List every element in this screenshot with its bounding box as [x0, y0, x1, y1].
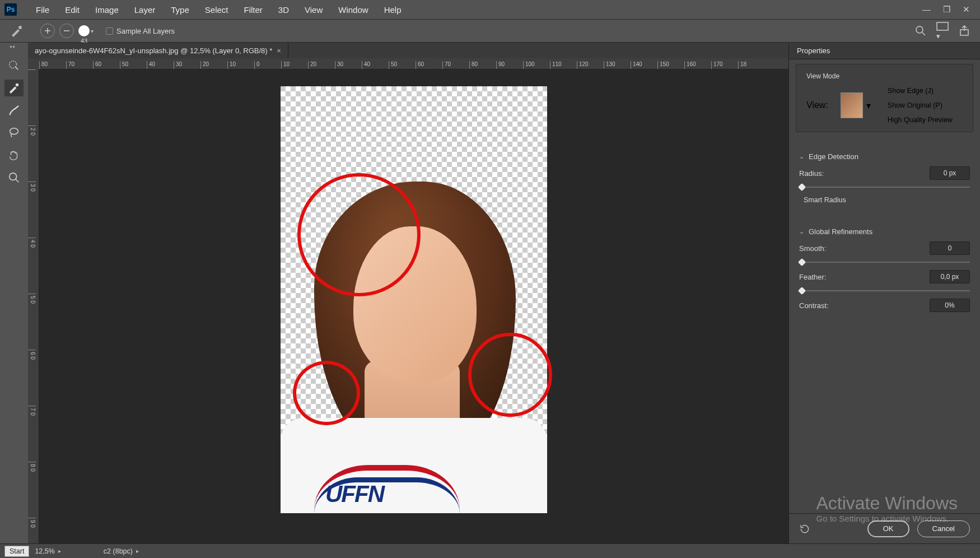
menu-file[interactable]: File [28, 0, 57, 19]
menu-bar: Ps File Edit Image Layer Type Select Fil… [0, 0, 980, 19]
lasso-tool[interactable] [4, 124, 24, 141]
canvas-content: UFFN [281, 86, 547, 513]
options-bar: ▾ 43 Sample All Layers ▾ [0, 19, 980, 43]
canvas[interactable]: UFFN [39, 69, 788, 543]
search-icon[interactable] [915, 25, 926, 36]
radius-slider[interactable] [799, 185, 970, 188]
ok-button[interactable]: OK [867, 520, 909, 537]
annotation-circle [293, 361, 360, 425]
close-icon[interactable]: ✕ [963, 4, 970, 15]
quick-selection-tool[interactable] [4, 57, 24, 74]
menu-help[interactable]: Help [376, 0, 409, 19]
brush-add-icon[interactable] [40, 24, 55, 38]
document-tab-title: ayo-ogunseinde-6W4F62sN_yI-unsplash.jpg … [35, 46, 272, 55]
menu-image[interactable]: Image [87, 0, 127, 19]
chevron-down-icon[interactable]: ▾ [866, 100, 871, 111]
document-tabs: ayo-ogunseinde-6W4F62sN_yI-unsplash.jpg … [28, 43, 788, 58]
app-logo: Ps [4, 3, 17, 16]
document-info[interactable]: c2 (8bpc) [104, 547, 133, 555]
brush-tool[interactable] [4, 102, 24, 119]
ruler-corner [28, 58, 39, 69]
menu-window[interactable]: Window [330, 0, 376, 19]
radius-label: Radius: [799, 169, 824, 178]
refine-edge-brush-tool[interactable] [4, 80, 24, 96]
vertical-ruler[interactable]: 2 03 04 05 06 07 08 09 01 0 [28, 69, 39, 543]
edge-detection-header[interactable]: ⌄Edge Detection [799, 152, 970, 161]
properties-panel: Properties View Mode View: ▾ Show Edge (… [788, 43, 980, 543]
menu-3d[interactable]: 3D [270, 0, 297, 19]
contrast-label: Contrast: [799, 301, 829, 310]
smooth-label: Smooth: [799, 244, 826, 253]
svg-line-12 [16, 179, 19, 183]
close-tab-icon[interactable]: × [277, 46, 281, 55]
menu-filter[interactable]: Filter [236, 0, 270, 19]
view-label: View: [806, 100, 828, 110]
view-mode-heading: View Mode [806, 72, 963, 80]
svg-line-5 [922, 32, 925, 35]
chevron-down-icon[interactable]: ▾ [91, 28, 94, 34]
brush-subtract-icon[interactable] [59, 24, 74, 38]
svg-rect-6 [937, 22, 948, 30]
svg-point-9 [16, 83, 19, 87]
horizontal-ruler[interactable]: 8070605040302010010203040506070809010011… [39, 58, 788, 69]
global-refinements-header[interactable]: ⌄Global Refinements [799, 227, 970, 236]
svg-point-0 [18, 26, 22, 29]
feather-slider[interactable] [799, 289, 970, 292]
start-button[interactable]: Start [4, 546, 29, 557]
status-bar: Start 12,5% ▸ c2 (8bpc) ▸ [0, 543, 980, 558]
show-original-checkbox[interactable]: Show Original (P) [883, 101, 953, 109]
panel-tab-properties[interactable]: Properties [789, 43, 980, 59]
smooth-slider[interactable] [799, 261, 970, 263]
reset-icon[interactable] [799, 523, 810, 534]
document-tab[interactable]: ayo-ogunseinde-6W4F62sN_yI-unsplash.jpg … [28, 43, 288, 58]
brush-preview-icon[interactable] [78, 25, 90, 36]
toolbar [0, 43, 28, 543]
sample-all-layers-label: Sample All Layers [116, 27, 175, 35]
zoom-level[interactable]: 12,5% [35, 547, 54, 555]
annotation-circle [297, 173, 421, 296]
document-area: ayo-ogunseinde-6W4F62sN_yI-unsplash.jpg … [28, 43, 788, 543]
menu-edit[interactable]: Edit [57, 0, 87, 19]
contrast-value[interactable]: 0% [930, 299, 970, 312]
view-thumbnail[interactable] [841, 92, 863, 118]
menu-layer[interactable]: Layer [127, 0, 164, 19]
share-icon[interactable] [959, 25, 970, 36]
high-quality-preview-checkbox[interactable]: High Quality Preview [883, 116, 953, 124]
annotation-circle [468, 333, 552, 417]
svg-point-10 [10, 128, 18, 134]
svg-point-11 [10, 173, 17, 180]
zoom-tool[interactable] [4, 169, 24, 186]
menu-type[interactable]: Type [163, 0, 197, 19]
svg-point-4 [916, 26, 923, 33]
hand-tool[interactable] [4, 147, 24, 164]
menu-select[interactable]: Select [197, 0, 236, 19]
feather-label: Feather: [799, 273, 826, 281]
sample-all-layers-checkbox[interactable] [106, 27, 113, 35]
shirt-graphic-text: UFFN [325, 481, 384, 508]
feather-value[interactable]: 0,0 px [930, 270, 970, 283]
menu-view[interactable]: View [297, 0, 330, 19]
radius-value[interactable]: 0 px [930, 166, 970, 180]
current-tool-icon [10, 24, 24, 38]
screen-mode-icon[interactable]: ▾ [936, 22, 949, 40]
cancel-button[interactable]: Cancel [917, 520, 970, 537]
smart-radius-checkbox[interactable]: Smart Radius [799, 196, 970, 204]
smooth-value[interactable]: 0 [930, 241, 970, 255]
restore-icon[interactable]: ❐ [943, 4, 950, 15]
show-edge-checkbox[interactable]: Show Edge (J) [883, 87, 953, 95]
minimize-icon[interactable]: — [922, 4, 931, 15]
